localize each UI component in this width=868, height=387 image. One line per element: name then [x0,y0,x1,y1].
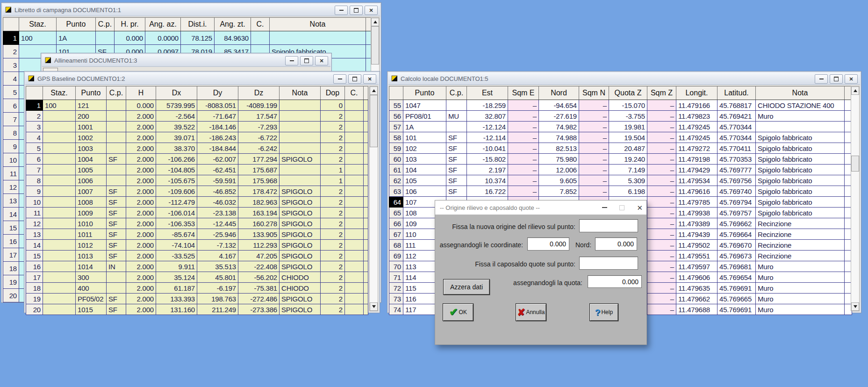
cell[interactable]: -109.606 [156,186,197,197]
cell[interactable]: 2 [321,261,345,272]
cell[interactable]: 11.479635 [676,283,717,294]
cell[interactable]: – [508,122,539,132]
row-header-cell[interactable]: 19 [3,275,19,289]
cell[interactable]: -12.445 [197,218,238,229]
cell[interactable]: 2.000 [126,208,156,218]
quota-input[interactable] [588,275,642,288]
cell[interactable]: SF [107,294,126,304]
dialog-titlebar[interactable]: -- Origine rilievo e caposaldo quote -- … [435,201,646,215]
cell[interactable]: 200 [76,111,107,122]
cell[interactable]: 182.963 [238,197,280,208]
scroll-down-button[interactable] [370,302,378,311]
cell[interactable]: 45.770353 [717,154,756,165]
cell[interactable]: 75.980 [539,154,579,165]
cell[interactable]: Muro [756,294,845,304]
cell[interactable] [446,122,467,132]
cell[interactable]: 2.000 [126,261,156,272]
row-header-cell[interactable]: 20 [3,289,19,302]
cell[interactable]: 11.479785 [676,197,717,208]
cell[interactable]: PF08/01 [403,111,446,122]
cell[interactable]: CHIODO [280,283,321,294]
cell[interactable] [345,122,364,132]
calcolo-titlebar[interactable]: Calcolo locale DOCUMENTO1:5 ✕ [388,72,860,85]
cell[interactable]: -105.675 [156,175,197,186]
cell[interactable]: 11.479534 [676,175,717,186]
cell[interactable]: – [647,251,676,261]
cell[interactable]: 1006 [76,175,107,186]
maximize-button[interactable] [300,56,313,65]
cell[interactable] [345,165,364,175]
cell[interactable]: Spigolo fabbricato [756,154,845,165]
cell[interactable]: -23.138 [197,208,238,218]
cell[interactable] [43,240,76,251]
cell[interactable]: -184.844 [197,143,238,154]
row-header-cell[interactable]: 66 [389,218,403,229]
cell[interactable]: 74.982 [539,122,579,132]
cell[interactable] [43,175,76,186]
cell[interactable] [43,132,76,143]
cell[interactable]: 4.167 [197,251,238,261]
cell[interactable] [280,100,321,111]
cell[interactable] [345,143,364,154]
cell[interactable]: 2.000 [126,272,156,283]
row-header-cell[interactable]: 64 [389,197,403,208]
cell[interactable]: 11.479551 [676,251,717,261]
cell[interactable]: 2 [321,240,345,251]
cell[interactable]: – [647,122,676,132]
cell[interactable]: 2.197 [467,165,508,175]
row-header-cell[interactable]: 18 [26,283,43,294]
cell[interactable]: IN [107,261,126,272]
row-header-cell[interactable]: 68 [389,240,403,251]
cell[interactable] [43,143,76,154]
cell[interactable]: – [508,143,539,154]
cell[interactable]: 9.605 [539,175,579,186]
cell[interactable] [345,111,364,122]
close-button[interactable]: ✕ [363,74,376,84]
cell[interactable]: SPIGOLO [280,294,321,304]
row-header-cell[interactable]: 1 [3,31,19,45]
cell[interactable] [43,261,76,272]
row-header-cell[interactable]: 56 [389,111,403,122]
cell[interactable]: – [647,261,676,272]
cell[interactable]: SF [107,229,126,240]
minimize-button[interactable] [815,74,828,84]
cell[interactable]: -74.104 [156,240,197,251]
cell[interactable]: – [647,272,676,283]
cell[interactable]: 7.852 [539,186,579,197]
cell[interactable]: Spigolo fabbricato [756,175,845,186]
row-header-cell[interactable]: 60 [389,154,403,165]
cell[interactable]: SF [107,208,126,218]
cell[interactable]: – [579,175,609,186]
cell[interactable] [280,122,321,132]
cell[interactable]: 39.522 [156,122,197,132]
scroll-down-button[interactable] [851,302,859,311]
cell[interactable]: 211.249 [197,304,238,315]
cell[interactable]: Spigolo fabbricato [756,143,845,154]
cell[interactable] [446,100,467,111]
cell[interactable]: -106.266 [156,154,197,165]
cell[interactable] [43,272,76,283]
scroll-up-button[interactable] [851,86,859,95]
row-header-cell[interactable]: 5 [26,143,43,154]
cell[interactable] [43,122,76,132]
cell[interactable]: 100 [43,100,76,111]
cell[interactable] [270,31,366,45]
cell[interactable]: 100 [19,31,57,45]
cell[interactable]: 45.770344 [717,122,756,132]
cell[interactable]: 2 [321,154,345,165]
cell[interactable]: 11.479389 [676,218,717,229]
cell[interactable]: 45.769421 [717,111,756,122]
cell[interactable]: – [508,154,539,165]
row-header-cell[interactable]: 13 [26,229,43,240]
row-header-cell[interactable]: 11 [3,167,19,180]
row-header-cell[interactable]: 12 [3,180,19,194]
cell[interactable]: – [647,218,676,229]
cell[interactable]: SF [107,218,126,229]
ok-button[interactable]: ✔ OK [443,303,473,321]
cell[interactable]: -273.386 [238,304,280,315]
cell[interactable]: 2.000 [126,218,156,229]
row-header-cell[interactable]: 6 [3,99,19,113]
cell[interactable]: 2.000 [126,197,156,208]
calcolo-vertical-scrollbar[interactable] [851,86,860,311]
allineamenti-titlebar[interactable]: Allineamenti DOCUMENTO1:3 ✕ [42,54,330,67]
